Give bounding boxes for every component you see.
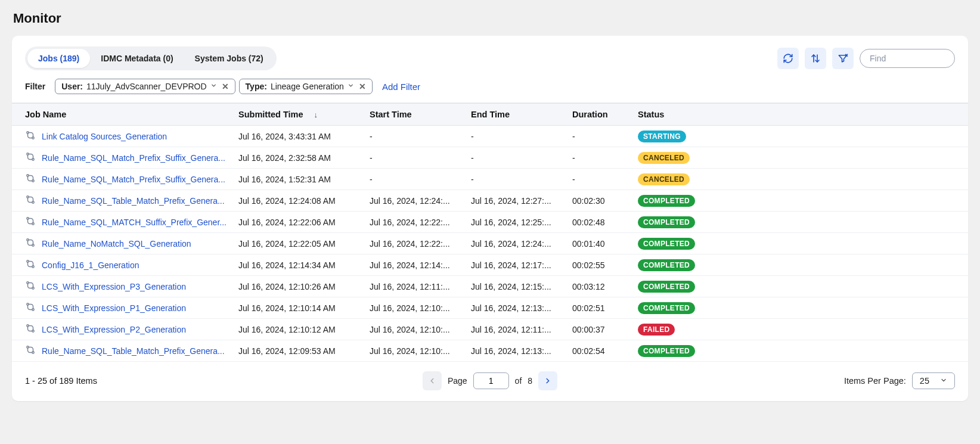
job-name-link[interactable]: Rule_Name_SQL_Table_Match_Prefix_Genera.…	[42, 346, 225, 356]
cell-start: -	[364, 126, 465, 147]
cell-start: Jul 16, 2024, 12:14:...	[364, 254, 465, 276]
cell-submitted: Jul 16, 2024, 12:10:26 AM	[232, 276, 364, 297]
items-per-page-select[interactable]: 25	[912, 372, 955, 389]
cell-submitted: Jul 16, 2024, 12:10:12 AM	[232, 319, 364, 340]
cell-start: Jul 16, 2024, 12:10:...	[364, 340, 465, 362]
filter-chip-value: 11July_AdvScanner_DEVPROD	[86, 82, 207, 91]
cell-submitted: Jul 16, 2024, 1:52:31 AM	[232, 169, 364, 190]
job-name-link[interactable]: Rule_Name_SQL_Match_Prefix_Suffix_Genera…	[42, 153, 225, 163]
cell-start: Jul 16, 2024, 12:10:...	[364, 297, 465, 319]
table-row: Rule_Name_SQL_Table_Match_Prefix_Genera.…	[12, 190, 968, 212]
job-lineage-icon	[25, 259, 36, 271]
cell-end: Jul 16, 2024, 12:13:...	[465, 297, 566, 319]
cell-submitted: Jul 16, 2024, 12:24:08 AM	[232, 190, 364, 212]
status-badge: STARTING	[638, 131, 686, 142]
col-header-name[interactable]: Job Name	[12, 104, 232, 126]
table-row: Link Catalog Sources_GenerationJul 16, 2…	[12, 126, 968, 147]
cell-end: Jul 16, 2024, 12:25:...	[465, 212, 566, 233]
job-name-link[interactable]: Rule_Name_SQL_Match_Prefix_Suffix_Genera…	[42, 175, 225, 184]
cell-submitted: Jul 16, 2024, 12:10:14 AM	[232, 297, 364, 319]
table-row: LCS_With_Expression_P1_GenerationJul 16,…	[12, 297, 968, 319]
status-badge: COMPLETED	[638, 216, 695, 228]
col-header-start[interactable]: Start Time	[364, 104, 465, 126]
status-badge: COMPLETED	[638, 302, 695, 314]
job-lineage-icon	[25, 323, 36, 336]
col-header-status[interactable]: Status	[632, 104, 968, 126]
job-lineage-icon	[25, 173, 36, 185]
chevron-down-icon	[940, 377, 947, 386]
filter-chip-value: Lineage Generation	[271, 82, 344, 91]
chevron-down-icon	[348, 82, 354, 91]
cell-submitted: Jul 16, 2024, 12:09:53 AM	[232, 340, 364, 362]
cell-start: Jul 16, 2024, 12:24:...	[364, 190, 465, 212]
table-row: LCS_With_Expression_P3_GenerationJul 16,…	[12, 276, 968, 297]
col-header-duration[interactable]: Duration	[566, 104, 632, 126]
job-name-link[interactable]: LCS_With_Expression_P2_Generation	[42, 325, 186, 334]
cell-submitted: Jul 16, 2024, 3:43:31 AM	[232, 126, 364, 147]
table-row: Rule_Name_SQL_Match_Prefix_Suffix_Genera…	[12, 169, 968, 190]
job-name-link[interactable]: Rule_Name_NoMatch_SQL_Generation	[42, 239, 191, 249]
filter-chip-0[interactable]: User: 11July_AdvScanner_DEVPROD✕	[55, 79, 235, 94]
job-name-link[interactable]: Rule_Name_SQL_MATCH_Suffix_Prefix_Gener.…	[42, 218, 227, 227]
add-filter-link[interactable]: Add Filter	[382, 82, 420, 92]
job-name-link[interactable]: Rule_Name_SQL_Table_Match_Prefix_Genera.…	[42, 196, 225, 206]
job-lineage-icon	[25, 194, 36, 207]
job-lineage-icon	[25, 302, 36, 314]
status-badge: COMPLETED	[638, 195, 695, 207]
cell-start: -	[364, 169, 465, 190]
table-row: Rule_Name_SQL_MATCH_Suffix_Prefix_Gener.…	[12, 212, 968, 233]
page-input[interactable]	[473, 372, 509, 389]
cell-duration: -	[566, 147, 632, 169]
job-lineage-icon	[25, 130, 36, 142]
job-name-link[interactable]: LCS_With_Expression_P1_Generation	[42, 303, 186, 313]
cell-duration: 00:02:55	[566, 254, 632, 276]
status-badge: CANCELED	[638, 173, 690, 185]
job-lineage-icon	[25, 237, 36, 250]
items-per-page-value: 25	[920, 376, 929, 386]
cell-end: Jul 16, 2024, 12:24:...	[465, 233, 566, 254]
table-row: Rule_Name_SQL_Table_Match_Prefix_Genera.…	[12, 340, 968, 362]
tab-0[interactable]: Jobs (189)	[27, 49, 90, 68]
col-header-submitted-text: Submitted Time	[238, 110, 303, 119]
job-name-link[interactable]: Link Catalog Sources_Generation	[42, 132, 167, 141]
cell-start: Jul 16, 2024, 12:11:...	[364, 276, 465, 297]
page-prev-button[interactable]	[423, 371, 442, 390]
filter-chips: User: 11July_AdvScanner_DEVPROD✕Type: Li…	[55, 79, 373, 94]
sort-desc-icon: ↓	[314, 110, 318, 119]
page-next-button[interactable]	[538, 371, 557, 390]
col-header-end[interactable]: End Time	[465, 104, 566, 126]
status-badge: FAILED	[638, 324, 675, 336]
tab-1[interactable]: IDMC Metadata (0)	[90, 49, 184, 68]
cell-end: -	[465, 147, 566, 169]
cell-submitted: Jul 16, 2024, 12:22:05 AM	[232, 233, 364, 254]
page-total: 8	[528, 376, 532, 386]
filter-chip-key: User:	[61, 82, 83, 91]
cell-duration: -	[566, 126, 632, 147]
job-name-link[interactable]: Config_J16_1_Generation	[42, 260, 139, 270]
chip-close-icon[interactable]: ✕	[358, 82, 367, 91]
tab-2[interactable]: System Jobs (72)	[184, 49, 274, 68]
find-input[interactable]	[860, 49, 955, 68]
sort-icon[interactable]	[805, 48, 826, 69]
job-lineage-icon	[25, 344, 36, 357]
page-title: Monitor	[12, 11, 968, 26]
filter-chip-1[interactable]: Type: Lineage Generation✕	[239, 79, 373, 94]
clear-filter-icon[interactable]	[832, 48, 854, 69]
cell-start: -	[364, 147, 465, 169]
chip-close-icon[interactable]: ✕	[221, 82, 230, 91]
refresh-icon[interactable]	[777, 48, 799, 69]
pagination-center: Page of 8	[423, 371, 557, 390]
cell-start: Jul 16, 2024, 12:22:...	[364, 233, 465, 254]
cell-end: Jul 16, 2024, 12:11:...	[465, 319, 566, 340]
col-header-submitted[interactable]: Submitted Time ↓	[232, 104, 364, 126]
cell-duration: 00:02:48	[566, 212, 632, 233]
pagination-range: 1 - 25 of 189 Items	[25, 376, 97, 386]
cell-submitted: Jul 16, 2024, 12:22:06 AM	[232, 212, 364, 233]
cell-duration: 00:01:40	[566, 233, 632, 254]
page-label: Page	[448, 376, 467, 386]
job-lineage-icon	[25, 280, 36, 293]
table-row: LCS_With_Expression_P2_GenerationJul 16,…	[12, 319, 968, 340]
table-scroll[interactable]: Job Name Submitted Time ↓ Start Time End…	[12, 103, 968, 362]
status-badge: COMPLETED	[638, 345, 695, 357]
job-name-link[interactable]: LCS_With_Expression_P3_Generation	[42, 282, 186, 291]
